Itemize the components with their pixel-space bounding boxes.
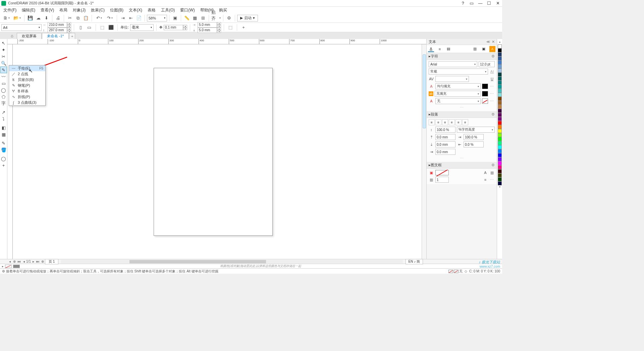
kerning-input[interactable]: ▾ [435,76,469,82]
align-force[interactable]: ≡ [462,119,468,125]
page-last-icon[interactable]: ⏭ [36,260,40,263]
char-options-icon[interactable]: ⚙ [491,54,495,58]
frame-options-icon[interactable]: ⚙ [491,163,495,167]
flyout-item-5[interactable]: ∿折线(P) [9,94,45,100]
page-first-icon[interactable]: ⏮ [17,260,21,263]
menu-file[interactable]: 文件(F) [1,7,19,14]
frame-cols-icon[interactable]: ▥ [489,170,495,175]
ribbon-min-icon[interactable]: ▭ [469,1,475,6]
frame-valign-icon[interactable]: A [483,170,488,175]
copy-button[interactable]: ⧉ [74,14,82,22]
section-paragraph[interactable]: ▸ 段落⚙ [427,111,497,118]
tab-welcome[interactable]: 欢迎屏幕 [17,33,42,39]
palette-swatch[interactable] [498,169,502,173]
frame-more-icon[interactable]: ⋯ [489,178,495,182]
horizontal-scrollbar[interactable] [61,260,402,263]
palette-swatch[interactable] [498,129,502,133]
all-pages-button[interactable]: ⬚ [99,24,106,31]
page-add2-icon[interactable]: ⊕ [40,260,45,263]
snap-button[interactable]: 贴齐(I)▾ [211,14,221,22]
palette-swatch[interactable] [498,101,502,105]
dup-y-input[interactable]: 5.0 mm▴▾ [198,28,221,33]
line-spacing-unit-combo[interactable]: %字符高度▾ [457,127,495,133]
palette-swatch[interactable] [498,109,502,113]
menu-layout[interactable]: 布局 [57,7,70,14]
page-height-input[interactable]: 297.0 mm▴▾ [48,28,71,33]
minimize-icon[interactable]: — [477,1,483,6]
columns-input[interactable]: 1 [435,177,449,183]
palette-swatch[interactable] [498,52,502,56]
artistic-media-tool[interactable]: 〰 [0,73,7,80]
zoom-combo[interactable]: 58%▾ [147,15,167,21]
ime-indicator[interactable]: EN ♪ 简 [406,259,423,264]
tab-paragraph[interactable]: ≡ [437,46,443,52]
docker-layout-icon[interactable]: ▥ [472,46,478,52]
page-size-combo[interactable]: A4▾ [1,24,42,31]
indent-pct-input[interactable]: 100.0 % [464,134,484,140]
font-size-input[interactable]: 12.0 pt [479,61,495,67]
fill-color-swatch[interactable] [482,84,488,89]
align-right[interactable]: ≡ [449,119,455,125]
flyout-item-1[interactable]: ／2 点线 [9,71,45,77]
palette-down[interactable]: ▾ [498,185,502,189]
menu-text[interactable]: 文本(X) [126,7,145,14]
indent-pct2-input[interactable]: 0.0 % [464,141,484,147]
palette-swatch[interactable] [498,73,502,77]
eyedropper-tool[interactable]: ✎ [0,140,7,146]
palette-swatch[interactable] [498,125,502,129]
font-combo[interactable]: Arial▾ [429,61,477,67]
palette-swatch[interactable] [498,177,502,181]
page-tab[interactable]: 页 1 [45,259,58,264]
home-tab[interactable]: ⌂ [7,32,17,39]
palette-swatch[interactable] [498,69,502,73]
palette-swatch[interactable] [498,105,502,109]
connector-tool[interactable]: ⤵ [0,116,7,122]
palette-swatch[interactable] [498,77,502,81]
menu-edit[interactable]: 编辑(E) [19,7,38,14]
flyout-item-2[interactable]: Ⲃ贝塞尔(B) [9,77,45,83]
shape-tool[interactable]: ✦ [0,46,7,53]
flyout-item-4[interactable]: ⵖB 样条 [9,88,45,94]
bg-more-icon[interactable]: ⋯ [489,92,495,96]
maximize-icon[interactable]: ☐ [486,1,492,6]
menu-object[interactable]: 对象(J) [70,7,88,14]
units-combo[interactable]: 毫米▾ [130,24,154,31]
export-button[interactable]: ⇤ [127,14,135,22]
nudge-input[interactable]: 0.1 mm▴▾ [164,25,187,30]
docker-close-icon[interactable]: ✕ [492,40,495,44]
fullscreen-button[interactable]: ▣ [171,14,179,22]
flyout-item-0[interactable]: 〰手绘(E)F5 [9,65,45,71]
tab-add[interactable]: + [69,33,75,39]
cloud-up-button[interactable]: ☁ [35,14,42,22]
frame-baseline-icon[interactable]: ≡ [483,177,488,182]
palette-swatch[interactable] [498,97,502,101]
palette-swatch[interactable] [498,157,502,161]
palette-swatch[interactable] [498,145,502,149]
section-character[interactable]: ▸ 字符⚙ [427,53,497,60]
no-color-swatch[interactable] [5,265,12,268]
toolbox-add[interactable]: + [0,162,7,169]
menu-table[interactable]: 表格 [145,7,158,14]
landscape-button[interactable]: ▭ [86,24,93,31]
new-button[interactable]: 🗎▾ [1,14,11,22]
page-prev-icon[interactable]: ◂ [21,260,26,263]
palette-swatch[interactable] [498,89,502,93]
publish-pdf-button[interactable]: 📄 [135,14,143,22]
rulers-button[interactable]: 📏 [183,14,191,22]
menu-tools[interactable]: 工具(O) [158,7,177,14]
tab-document[interactable]: 未命名 -1* [42,33,69,39]
left-indent-input[interactable]: 0.0 mm [435,149,455,155]
help-icon[interactable]: ? [460,1,466,6]
line-spacing-input[interactable]: 100.0 % [435,127,455,133]
zoom-tool[interactable]: 🔍 [0,60,7,67]
menu-bitmap[interactable]: 位图(B) [107,7,126,14]
cloud-down-button[interactable]: ⬇ [43,14,50,22]
palette-swatch[interactable] [498,141,502,145]
rectangle-tool[interactable]: ▭ [0,80,7,87]
drawing-area[interactable] [13,44,422,259]
pick-tool[interactable]: ↖ [0,40,7,46]
status-fill[interactable]: 无 [448,269,463,274]
palette-swatch[interactable] [498,48,502,52]
outline-tool[interactable]: ◯ [0,155,7,162]
palette-swatch[interactable] [498,121,502,125]
